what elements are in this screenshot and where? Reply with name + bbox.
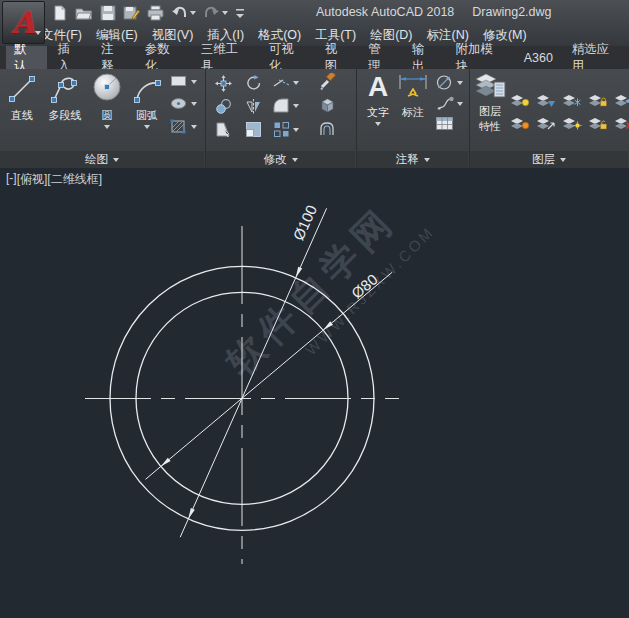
circle-tool-button[interactable]: 圆 [89, 72, 125, 129]
tab-insert[interactable]: 插入 [50, 46, 91, 69]
hatch-tool-button[interactable] [170, 119, 197, 134]
line-tool-label: 直线 [11, 108, 33, 123]
tab-output[interactable]: 输出 [404, 46, 445, 69]
app-title: Autodesk AutoCAD 2018 [316, 5, 454, 19]
mirror-icon [245, 98, 262, 115]
layer-isolate-icon[interactable] [510, 93, 530, 108]
copy-tool-button[interactable] [215, 98, 232, 115]
stretch-tool-button[interactable] [215, 121, 233, 138]
hatch-icon [170, 119, 188, 134]
layer-properties-label-1: 图层 [479, 104, 501, 119]
tab-view[interactable]: 视图 [317, 46, 358, 69]
save-as-button[interactable] [123, 5, 140, 21]
dim-text-outer: Ø100 [290, 202, 320, 242]
viewport-view-control[interactable]: [俯视] [17, 171, 48, 188]
panel-modify-footer[interactable]: 修改 [206, 151, 355, 168]
move-tool-button[interactable] [215, 75, 232, 92]
diameter-dim-tool-button[interactable] [435, 74, 463, 91]
trim-tool-button[interactable] [273, 77, 299, 89]
fillet-tool-button[interactable] [273, 98, 299, 113]
text-tool-button[interactable]: A 文字 [362, 71, 394, 126]
circle-tool-label: 圆 [102, 108, 113, 123]
plot-button[interactable] [147, 5, 164, 21]
redo-button[interactable] [203, 5, 228, 20]
chevron-down-icon [457, 81, 463, 85]
ellipse-tool-button[interactable] [170, 97, 197, 110]
rectangle-icon [170, 75, 188, 88]
layer-match-icon[interactable] [614, 93, 629, 108]
explode-tool-button[interactable] [319, 97, 336, 114]
document-title: Drawing2.dwg [472, 5, 551, 19]
chevron-down-icon [457, 102, 463, 106]
polyline-tool-button[interactable]: 多段线 [41, 72, 89, 123]
leader-icon [435, 96, 454, 111]
array-tool-button[interactable] [273, 121, 299, 138]
tab-visualize[interactable]: 可视化 [261, 46, 314, 69]
open-file-button[interactable] [75, 5, 93, 21]
layer-unlock-all-icon[interactable] [588, 116, 608, 131]
app-logo-button[interactable]: A [2, 1, 45, 44]
viewport-visual-style-control[interactable]: [二维线框] [47, 171, 102, 188]
layer-tools-row-1 [510, 93, 629, 108]
chevron-down-icon[interactable] [104, 125, 110, 129]
tab-featured-apps[interactable]: 精选应用 [564, 46, 629, 69]
scale-icon [245, 121, 262, 138]
chevron-down-icon[interactable] [144, 125, 150, 129]
chevron-down-icon [191, 80, 197, 84]
tab-add-ins[interactable]: 附加模块 [447, 46, 512, 69]
ellipse-icon [170, 97, 188, 110]
chevron-down-icon [113, 158, 119, 162]
brush-icon [319, 73, 337, 91]
chevron-down-icon [190, 11, 196, 15]
layer-thaw-all-icon[interactable] [562, 116, 582, 131]
leader-tool-button[interactable] [435, 96, 463, 111]
layer-delete-icon[interactable] [614, 116, 629, 131]
table-tool-button[interactable] [435, 116, 454, 131]
layer-lock-icon[interactable] [588, 93, 608, 108]
chevron-down-icon[interactable] [375, 122, 381, 126]
chevron-down-icon [191, 125, 197, 129]
ribbon-tab-bar: 默认 插入 注释 参数化 三维工具 可视化 视图 管理 输出 附加模块 A360… [0, 46, 629, 69]
panel-draw-footer[interactable]: 绘图 [0, 151, 204, 168]
tab-3d-tools[interactable]: 三维工具 [193, 46, 258, 69]
panel-layers-footer[interactable]: 图层 [470, 151, 628, 168]
scale-tool-button[interactable] [245, 121, 262, 138]
save-button[interactable] [100, 5, 116, 21]
polyline-icon [48, 72, 82, 106]
chevron-down-icon [424, 158, 430, 162]
arc-tool-button[interactable]: 圆弧 [126, 72, 168, 129]
customize-qat-button[interactable] [235, 7, 245, 19]
rectangle-tool-button[interactable] [170, 75, 197, 88]
rotate-tool-button[interactable] [245, 74, 263, 92]
undo-arrow-icon [171, 5, 188, 20]
dimension-outer[interactable]: Ø100 [180, 202, 326, 537]
tab-home[interactable]: 默认 [6, 46, 47, 69]
undo-button[interactable] [171, 5, 196, 20]
layer-properties-icon [475, 71, 506, 100]
tab-manage[interactable]: 管理 [360, 46, 401, 69]
layer-off-icon[interactable] [510, 116, 530, 131]
line-tool-button[interactable]: 直线 [4, 72, 40, 123]
new-file-button[interactable] [52, 5, 68, 21]
save-floppy-icon [100, 5, 116, 21]
dimension-icon [396, 72, 430, 103]
dimension-inner[interactable]: Ø80 [146, 270, 393, 479]
layer-freeze-icon[interactable] [562, 93, 582, 108]
drawing-canvas[interactable]: [-] [俯视] [二维线框] 软件自学网 WWW.RJZXW.COM Ø100… [0, 168, 629, 618]
layer-properties-button[interactable]: 图层 特性 [473, 71, 507, 134]
diameter-dim-icon [435, 74, 454, 91]
layer-walk-icon[interactable] [536, 116, 556, 131]
tab-parametric[interactable]: 参数化 [137, 46, 190, 69]
layer-tools-row-2 [510, 116, 629, 131]
dim-arrowhead [188, 508, 195, 519]
offset-tool-button[interactable] [319, 121, 337, 137]
layer-make-current-icon[interactable] [536, 93, 556, 108]
mirror-tool-button[interactable] [245, 98, 262, 115]
tab-annotate[interactable]: 注释 [93, 46, 134, 69]
tab-a360[interactable]: A360 [516, 46, 561, 69]
panel-annotate-footer[interactable]: 注释 [357, 151, 468, 168]
viewport-menu-control[interactable]: [-] [6, 171, 17, 188]
match-properties-tool-button[interactable] [319, 73, 337, 91]
dimension-tool-button[interactable]: 标注 [395, 72, 431, 120]
viewport-controls: [-] [俯视] [二维线框] [6, 171, 102, 188]
